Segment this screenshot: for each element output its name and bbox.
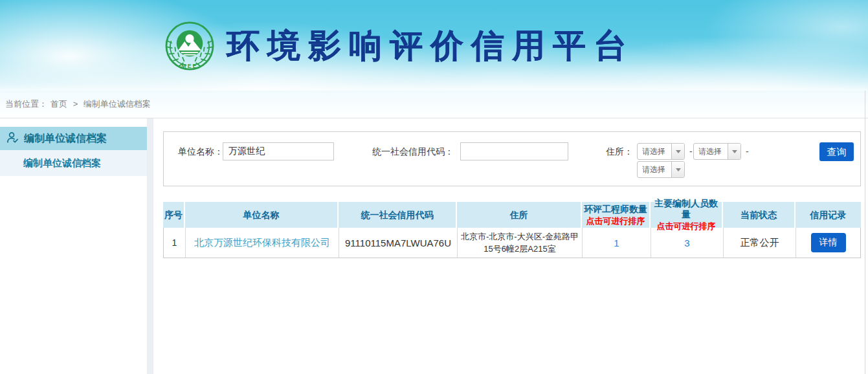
- address-district-value: 请选择: [638, 162, 671, 177]
- header-unit-name: 单位名称: [185, 202, 339, 228]
- cell-address: 北京市-北京市-大兴区-金苑路甲15号6幢2层A215室: [458, 228, 583, 258]
- sidebar-item-unit-credit-archive[interactable]: 编制单位诚信档案: [0, 127, 147, 150]
- credit-code-input[interactable]: [460, 142, 568, 160]
- header-credit-record: 信用记录: [796, 202, 861, 228]
- detail-button[interactable]: 详情: [811, 233, 846, 252]
- header-no: 序号: [163, 202, 185, 228]
- search-panel: 单位名称： 统一社会信用代码： 住所： 请选择 - 请选择 - 请选择 查询: [163, 131, 861, 186]
- cell-staff-count-link[interactable]: 3: [651, 228, 724, 258]
- content-right-border: [865, 91, 865, 374]
- sort-hint: 点击可进行排序: [586, 215, 645, 226]
- page: MEE 环境影响评价信用平台 当前位置：首页 > 编制单位诚信档案 编制单位诚信…: [0, 0, 868, 374]
- address-label: 住所：: [606, 142, 633, 160]
- table-row: 1 北京万源世纪环保科技有限公司 91110115MA7LWUA76U 北京市-…: [163, 228, 861, 258]
- cell-credit-code: 91110115MA7LWUA76U: [339, 228, 458, 258]
- cell-credit-record: 详情: [796, 228, 860, 258]
- sidebar-subitem-label: 编制单位诚信档案: [23, 157, 101, 170]
- address-province-value: 请选择: [638, 144, 671, 159]
- chevron-down-icon: [728, 144, 740, 159]
- cell-unit-name-link[interactable]: 北京万源世纪环保科技有限公司: [186, 228, 339, 258]
- site-title: 环境影响评价信用平台: [227, 26, 634, 66]
- address-city-value: 请选择: [694, 144, 728, 159]
- breadcrumb-home-link[interactable]: 首页: [50, 99, 67, 109]
- address-province-select[interactable]: 请选择: [637, 143, 685, 160]
- table-header-row: 序号 单位名称 统一社会信用代码 住所 环评工程师数量 点击可进行排序 主要编制…: [163, 202, 861, 228]
- mee-logo-text: MEE: [181, 63, 198, 69]
- results-table: 序号 单位名称 统一社会信用代码 住所 环评工程师数量 点击可进行排序 主要编制…: [163, 202, 861, 258]
- user-check-icon: [6, 131, 19, 147]
- cell-status: 正常公开: [724, 228, 796, 258]
- sidebar-content-divider: [147, 118, 153, 374]
- breadcrumb: 当前位置：首页 > 编制单位诚信档案: [0, 91, 868, 118]
- header-staff-count-sort[interactable]: 主要编制人员数量 点击可进行排序: [651, 202, 723, 228]
- chevron-down-icon: [671, 162, 684, 177]
- sidebar: 编制单位诚信档案 编制单位诚信档案: [0, 118, 147, 374]
- address-dash-2: -: [746, 142, 749, 160]
- breadcrumb-separator: >: [73, 99, 78, 109]
- header-address: 住所: [457, 202, 582, 228]
- unit-name-input[interactable]: [223, 142, 334, 160]
- breadcrumb-prefix: 当前位置：: [5, 99, 47, 109]
- sidebar-subitem-unit-credit-archive[interactable]: 编制单位诚信档案: [0, 150, 147, 176]
- cell-no: 1: [164, 228, 186, 258]
- address-city-select[interactable]: 请选择: [693, 143, 741, 160]
- query-button[interactable]: 查询: [819, 142, 854, 161]
- chevron-down-icon: [671, 144, 684, 159]
- header-status: 当前状态: [723, 202, 796, 228]
- sidebar-item-label: 编制单位诚信档案: [24, 132, 107, 146]
- site-header-banner: MEE 环境影响评价信用平台: [0, 0, 868, 91]
- header-engineer-count-sort[interactable]: 环评工程师数量 点击可进行排序: [582, 202, 651, 228]
- address-district-select[interactable]: 请选择: [637, 161, 685, 178]
- credit-code-label: 统一社会信用代码：: [372, 142, 454, 160]
- unit-name-label: 单位名称：: [178, 142, 223, 160]
- cell-engineer-count-link[interactable]: 1: [583, 228, 651, 258]
- header-credit-code: 统一社会信用代码: [339, 202, 457, 228]
- address-dash-1: -: [689, 142, 693, 160]
- breadcrumb-current: 编制单位诚信档案: [83, 99, 151, 109]
- mee-logo-icon: MEE: [164, 21, 215, 71]
